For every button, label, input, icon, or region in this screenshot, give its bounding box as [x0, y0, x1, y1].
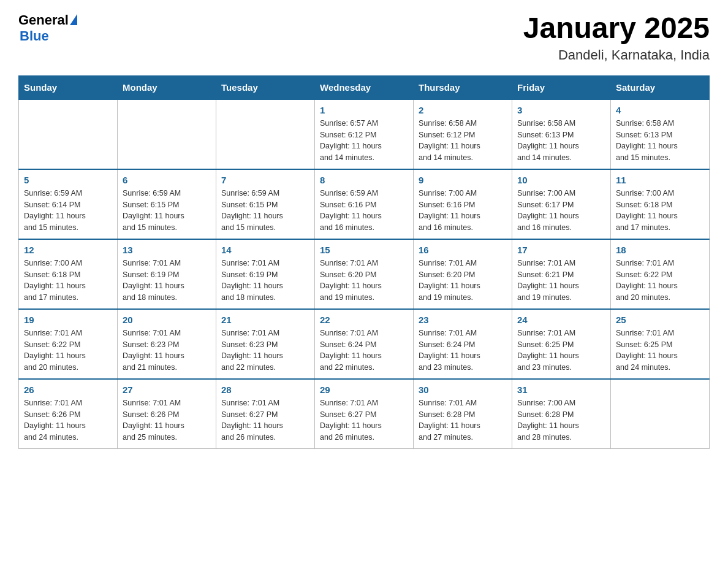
calendar-cell: 10Sunrise: 7:00 AMSunset: 6:17 PMDayligh…	[512, 169, 611, 239]
week-row: 1Sunrise: 6:57 AMSunset: 6:12 PMDaylight…	[19, 99, 710, 169]
calendar-cell: 13Sunrise: 7:01 AMSunset: 6:19 PMDayligh…	[118, 239, 216, 309]
day-number: 8	[320, 175, 408, 185]
calendar-cell: 4Sunrise: 6:58 AMSunset: 6:13 PMDaylight…	[611, 99, 710, 169]
calendar-cell: 5Sunrise: 6:59 AMSunset: 6:14 PMDaylight…	[19, 169, 118, 239]
day-info: and 18 minutes.	[123, 292, 211, 304]
day-number: 15	[320, 245, 408, 255]
logo: General Blue	[18, 12, 77, 44]
week-row: 12Sunrise: 7:00 AMSunset: 6:18 PMDayligh…	[19, 239, 710, 309]
calendar-cell: 6Sunrise: 6:59 AMSunset: 6:15 PMDaylight…	[118, 169, 216, 239]
day-info: Sunrise: 7:01 AM	[123, 397, 211, 409]
day-info: Daylight: 11 hours	[517, 420, 605, 432]
day-info: Sunset: 6:24 PM	[320, 339, 408, 351]
calendar-cell: 31Sunrise: 7:00 AMSunset: 6:28 PMDayligh…	[512, 379, 611, 449]
calendar-cell: 24Sunrise: 7:01 AMSunset: 6:25 PMDayligh…	[512, 309, 611, 379]
day-info: Daylight: 11 hours	[221, 210, 309, 222]
day-info: Sunrise: 7:01 AM	[616, 327, 704, 339]
day-info: Sunset: 6:17 PM	[517, 199, 605, 211]
calendar-cell: 7Sunrise: 6:59 AMSunset: 6:15 PMDaylight…	[216, 169, 315, 239]
day-info: Sunrise: 7:01 AM	[320, 327, 408, 339]
day-info: Sunset: 6:18 PM	[616, 199, 704, 211]
day-info: Sunrise: 7:00 AM	[419, 188, 507, 199]
day-info: Daylight: 11 hours	[419, 420, 507, 432]
calendar-cell: 15Sunrise: 7:01 AMSunset: 6:20 PMDayligh…	[315, 239, 414, 309]
day-info: Sunrise: 7:01 AM	[320, 258, 408, 269]
day-info: Daylight: 11 hours	[221, 280, 309, 292]
day-info: Sunrise: 7:01 AM	[221, 397, 309, 409]
title-block: January 2025 Dandeli, Karnataka, India	[523, 12, 710, 63]
calendar-cell: 25Sunrise: 7:01 AMSunset: 6:25 PMDayligh…	[611, 309, 710, 379]
day-info: and 25 minutes.	[123, 432, 211, 443]
day-info: Daylight: 11 hours	[616, 280, 704, 292]
day-info: Sunrise: 7:01 AM	[24, 327, 112, 339]
day-number: 2	[419, 105, 507, 115]
day-info: Sunrise: 6:58 AM	[517, 118, 605, 129]
day-info: Sunrise: 7:01 AM	[419, 397, 507, 409]
day-info: Daylight: 11 hours	[419, 350, 507, 362]
day-info: and 16 minutes.	[517, 222, 605, 234]
calendar-cell: 16Sunrise: 7:01 AMSunset: 6:20 PMDayligh…	[414, 239, 512, 309]
day-info: Sunrise: 7:00 AM	[616, 188, 704, 199]
day-info: Sunset: 6:22 PM	[616, 269, 704, 281]
day-of-week-header: Saturday	[611, 75, 710, 99]
day-info: and 17 minutes.	[24, 292, 112, 304]
day-of-week-header: Tuesday	[216, 75, 315, 99]
calendar-cell: 20Sunrise: 7:01 AMSunset: 6:23 PMDayligh…	[118, 309, 216, 379]
day-number: 11	[616, 175, 704, 185]
day-number: 19	[24, 315, 112, 325]
day-info: and 28 minutes.	[517, 432, 605, 443]
day-number: 24	[517, 315, 605, 325]
calendar-cell: 30Sunrise: 7:01 AMSunset: 6:28 PMDayligh…	[414, 379, 512, 449]
day-info: Sunset: 6:25 PM	[517, 339, 605, 351]
day-info: Sunset: 6:18 PM	[24, 269, 112, 281]
day-info: and 14 minutes.	[320, 152, 408, 164]
calendar-cell: 26Sunrise: 7:01 AMSunset: 6:26 PMDayligh…	[19, 379, 118, 449]
day-info: and 24 minutes.	[24, 432, 112, 443]
day-info: Daylight: 11 hours	[221, 350, 309, 362]
day-info: Sunset: 6:14 PM	[24, 199, 112, 211]
day-info: Sunset: 6:27 PM	[221, 409, 309, 421]
calendar-cell: 21Sunrise: 7:01 AMSunset: 6:23 PMDayligh…	[216, 309, 315, 379]
day-info: Daylight: 11 hours	[24, 280, 112, 292]
week-row: 19Sunrise: 7:01 AMSunset: 6:22 PMDayligh…	[19, 309, 710, 379]
day-info: Sunset: 6:26 PM	[123, 409, 211, 421]
day-info: Sunset: 6:16 PM	[419, 199, 507, 211]
day-number: 27	[123, 385, 211, 395]
day-info: and 14 minutes.	[419, 152, 507, 164]
day-info: Sunset: 6:23 PM	[221, 339, 309, 351]
day-info: and 19 minutes.	[320, 292, 408, 304]
day-info: Sunrise: 6:59 AM	[24, 188, 112, 199]
day-number: 29	[320, 385, 408, 395]
day-number: 23	[419, 315, 507, 325]
day-info: Sunrise: 7:01 AM	[123, 258, 211, 269]
day-number: 7	[221, 175, 309, 185]
day-info: Daylight: 11 hours	[123, 350, 211, 362]
day-number: 9	[419, 175, 507, 185]
day-info: Sunset: 6:15 PM	[221, 199, 309, 211]
day-info: Sunset: 6:19 PM	[123, 269, 211, 281]
day-info: and 26 minutes.	[320, 432, 408, 443]
calendar-cell: 22Sunrise: 7:01 AMSunset: 6:24 PMDayligh…	[315, 309, 414, 379]
day-of-week-header: Thursday	[414, 75, 512, 99]
calendar-cell: 8Sunrise: 6:59 AMSunset: 6:16 PMDaylight…	[315, 169, 414, 239]
calendar-cell: 29Sunrise: 7:01 AMSunset: 6:27 PMDayligh…	[315, 379, 414, 449]
day-info: Daylight: 11 hours	[517, 350, 605, 362]
day-info: Sunset: 6:16 PM	[320, 199, 408, 211]
day-info: and 24 minutes.	[616, 362, 704, 373]
day-info: Sunset: 6:28 PM	[419, 409, 507, 421]
day-info: Sunrise: 6:58 AM	[616, 118, 704, 129]
day-info: Daylight: 11 hours	[24, 420, 112, 432]
calendar-cell: 12Sunrise: 7:00 AMSunset: 6:18 PMDayligh…	[19, 239, 118, 309]
day-info: Daylight: 11 hours	[419, 280, 507, 292]
calendar-cell: 23Sunrise: 7:01 AMSunset: 6:24 PMDayligh…	[414, 309, 512, 379]
day-info: Daylight: 11 hours	[221, 420, 309, 432]
day-number: 16	[419, 245, 507, 255]
day-number: 26	[24, 385, 112, 395]
day-info: Sunrise: 6:59 AM	[320, 188, 408, 199]
day-info: and 23 minutes.	[517, 362, 605, 373]
day-info: Sunset: 6:26 PM	[24, 409, 112, 421]
calendar-cell: 28Sunrise: 7:01 AMSunset: 6:27 PMDayligh…	[216, 379, 315, 449]
day-info: Daylight: 11 hours	[320, 420, 408, 432]
day-info: Sunset: 6:27 PM	[320, 409, 408, 421]
day-info: and 15 minutes.	[221, 222, 309, 234]
